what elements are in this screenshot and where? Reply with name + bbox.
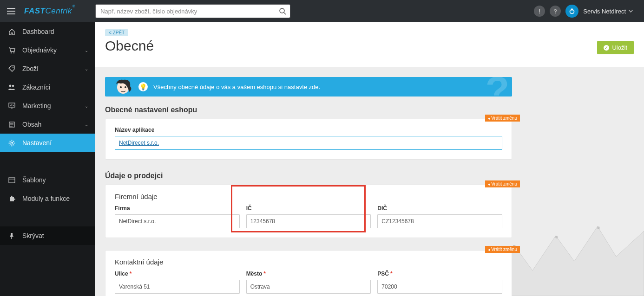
check-icon: ✓	[604, 45, 609, 51]
sidebar-item-label: Skrývat	[22, 232, 44, 239]
users-icon	[7, 84, 17, 90]
help-button[interactable]: ?	[550, 6, 561, 17]
chevron-down-icon: ⌄	[85, 103, 88, 109]
burger-icon	[7, 8, 15, 14]
sub-heading-contact: Kontaktní údaje	[115, 258, 502, 266]
logo-registered: ®	[72, 4, 75, 8]
pin-icon	[7, 232, 17, 239]
logo-strong: FAST	[24, 6, 45, 15]
save-label: Uložit	[612, 44, 627, 51]
card-company: Vrátit změnu Firemní údaje Firma IČ DIČ	[105, 185, 512, 238]
label-ic: IČ	[246, 205, 371, 212]
back-button[interactable]: < ZPĚT	[105, 29, 128, 36]
sidebar-item-orders[interactable]: Objednávky ⌄	[0, 41, 95, 59]
input-psc[interactable]	[377, 280, 502, 294]
section-heading-general: Obecné nastavení eshopu	[105, 106, 512, 114]
label-firma: Firma	[115, 205, 240, 212]
sidebar-item-templates[interactable]: Šablony	[0, 171, 95, 189]
input-ulice[interactable]	[115, 280, 240, 294]
label-ulice: Ulice*	[115, 270, 240, 277]
svg-point-14	[9, 85, 12, 87]
sidebar-item-dashboard[interactable]: Dashboard	[0, 22, 95, 41]
sidebar-item-settings[interactable]: Nastavení	[0, 134, 95, 152]
label-mesto: Město*	[246, 270, 371, 277]
topbar-right: ! ? Servis Netdirect	[534, 5, 644, 18]
power-button[interactable]	[565, 5, 578, 18]
back-label: ZPĚT	[113, 30, 125, 35]
svg-line-31	[13, 144, 14, 145]
lightbulb-icon: 💡	[138, 82, 148, 91]
menu-toggle-button[interactable]	[0, 0, 22, 22]
svg-point-38	[120, 86, 122, 88]
sidebar-item-label: Dashboard	[22, 28, 54, 35]
sidebar-item-content[interactable]: Obsah ⌄	[0, 115, 95, 134]
sidebar-item-label: Zboží	[22, 65, 39, 72]
home-icon	[7, 28, 17, 35]
puzzle-icon	[7, 195, 17, 202]
svg-line-33	[9, 144, 10, 145]
revert-button[interactable]: Vrátit změnu	[485, 246, 520, 253]
power-icon	[569, 8, 575, 14]
section-heading-seller: Údaje o prodejci	[105, 172, 512, 180]
info-bar: 💡 Všechny obecné údaje o vás a vašem esh…	[105, 77, 512, 97]
input-dic[interactable]	[377, 214, 502, 228]
chevron-down-icon: ⌄	[85, 48, 88, 53]
svg-point-15	[12, 85, 14, 87]
sidebar-item-label: Obsah	[22, 121, 41, 128]
sidebar-item-customers[interactable]: Zákazníci	[0, 78, 95, 97]
user-menu[interactable]: Servis Netdirect	[583, 8, 633, 15]
input-firma[interactable]	[115, 214, 240, 228]
input-mesto[interactable]	[246, 280, 371, 294]
tag-icon	[7, 65, 17, 72]
book-icon	[7, 121, 17, 128]
sidebar-item-label: Marketing	[22, 102, 51, 109]
input-app-name[interactable]	[115, 136, 502, 150]
sidebar-item-modules[interactable]: Moduly a funkce	[0, 189, 95, 208]
svg-rect-4	[7, 8, 15, 9]
info-text: Všechny obecné údaje o vás a vašem eshop…	[153, 84, 320, 90]
svg-rect-6	[7, 13, 15, 14]
sidebar-item-marketing[interactable]: Marketing ⌄	[0, 97, 95, 115]
sidebar-item-label: Šablony	[22, 176, 46, 184]
brand-logo[interactable]: FASTCentrik®	[22, 6, 84, 16]
sidebar: Dashboard Objednávky ⌄ Zboží ⌄ Zákazníci…	[0, 22, 95, 296]
sidebar-item-label: Zákazníci	[22, 84, 50, 91]
save-button[interactable]: ✓ Uložit	[597, 41, 634, 54]
search-input[interactable]	[95, 4, 290, 18]
svg-point-13	[12, 66, 13, 67]
label-psc: PSČ*	[377, 270, 502, 277]
assistant-avatar-icon	[112, 77, 135, 97]
chevron-down-icon	[629, 10, 633, 13]
label-app-name: Název aplikace	[115, 127, 502, 133]
sidebar-item-products[interactable]: Zboží ⌄	[0, 59, 95, 78]
sub-heading-company: Firemní údaje	[115, 193, 502, 200]
revert-button[interactable]: Vrátit změnu	[485, 115, 520, 122]
main-content: < ZPĚT Obecné ✓ Uložit 💡 Všechny obecné …	[95, 22, 644, 296]
revert-button[interactable]: Vrátit změnu	[485, 180, 520, 187]
sidebar-item-label: Moduly a funkce	[22, 195, 70, 202]
chart-icon	[7, 103, 17, 109]
svg-point-11	[10, 52, 11, 53]
help-icon: ?	[553, 8, 557, 15]
svg-line-30	[9, 141, 10, 142]
alerts-button[interactable]: !	[534, 6, 545, 17]
sidebar-item-label: Nastavení	[22, 139, 52, 147]
svg-line-32	[13, 141, 14, 142]
chevron-down-icon: ⌄	[85, 122, 88, 127]
card-app-name: Vrátit změnu Název aplikace	[105, 119, 512, 160]
svg-point-25	[11, 142, 13, 144]
question-watermark-icon: ?	[486, 77, 509, 97]
input-ic[interactable]	[246, 214, 371, 228]
sidebar-item-label: Objednávky	[22, 46, 57, 54]
svg-point-12	[13, 52, 14, 53]
svg-line-8	[284, 13, 286, 14]
chevron-down-icon: ⌄	[85, 66, 88, 71]
alert-icon: !	[539, 8, 540, 15]
global-search	[95, 4, 290, 18]
card-contact: Vrátit změnu Kontaktní údaje Ulice* Měst…	[105, 250, 512, 296]
search-icon[interactable]	[277, 6, 288, 16]
sidebar-item-hide[interactable]: Skrývat	[0, 226, 95, 245]
svg-rect-34	[9, 178, 15, 183]
topbar: FASTCentrik® ! ? Servis Netdirect	[0, 0, 644, 22]
page-title: Obecné	[105, 38, 634, 54]
